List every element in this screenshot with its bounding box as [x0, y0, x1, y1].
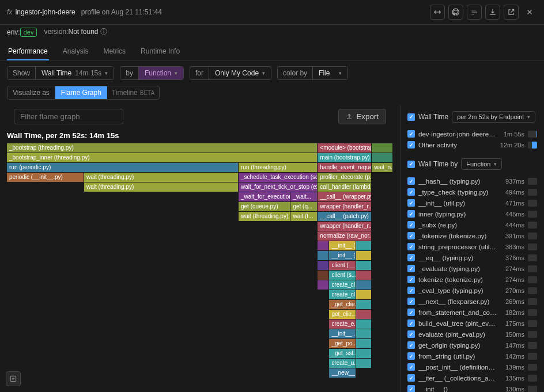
flame-cell[interactable]: get (q...	[290, 202, 318, 211]
flame-cell[interactable]: __new__ (...	[329, 368, 356, 378]
flame-cell[interactable]: _wait_for_execution...	[239, 192, 290, 201]
checkbox[interactable]	[407, 130, 415, 138]
checkbox[interactable]	[407, 363, 415, 371]
flame-cell[interactable]: _get_po...	[329, 339, 356, 348]
function-row[interactable]: _subx (re.py)444ms	[407, 219, 537, 230]
flame-cell[interactable]	[372, 143, 393, 153]
checkbox[interactable]	[407, 188, 415, 196]
flame-cell[interactable]	[356, 339, 372, 348]
checkbox[interactable]	[407, 319, 415, 327]
flame-cell[interactable]	[356, 329, 372, 338]
function-row[interactable]: __hash__ (typing.py)937ms	[407, 176, 537, 187]
flame-cell[interactable]	[356, 359, 372, 368]
function-row[interactable]: __next__ (flexparser.py)269ms	[407, 296, 537, 307]
flame-cell[interactable]: _get_ssl...	[329, 349, 356, 358]
flame-cell[interactable]	[356, 271, 372, 280]
checkbox[interactable]	[407, 177, 415, 185]
flame-cell[interactable]: __call__ (wrapper.py)	[318, 192, 372, 201]
flame-cell[interactable]	[356, 261, 372, 270]
function-row[interactable]: from_statement_and_config (fle...182ms	[407, 307, 537, 318]
flame-cell[interactable]: <module> (bootstrap.py)	[318, 143, 372, 153]
function-row[interactable]: from_string (util.py)142ms	[407, 351, 537, 361]
function-row[interactable]: get_origin (typing.py)147ms	[407, 340, 537, 351]
flame-cell[interactable]	[318, 261, 329, 270]
flame-cell[interactable]: run (threading.py)	[239, 163, 318, 172]
function-row[interactable]: __eq__ (typing.py)376ms	[407, 252, 537, 263]
flame-graph-button[interactable]: Flame Graph	[55, 86, 107, 99]
flame-cell[interactable]: __init__ (...	[329, 241, 356, 250]
flame-cell[interactable]: wait (threading.py)	[84, 173, 239, 182]
flame-cell[interactable]: _get_clie...	[329, 300, 356, 309]
checkbox[interactable]	[407, 232, 415, 239]
endpoint-row[interactable]: dev-ingestor-john-deere-raw-p...1m 55s	[407, 128, 537, 139]
function-row[interactable]: __post_init__ (definitions.py)139ms	[407, 361, 537, 372]
checkbox[interactable]	[407, 298, 415, 305]
flame-cell[interactable]: __init__ (...	[329, 251, 356, 260]
flame-cell[interactable]: _bootstrap_inner (threading.py)	[7, 153, 318, 162]
checkbox[interactable]	[407, 254, 415, 261]
by-control[interactable]: by Function▾	[120, 66, 184, 80]
flame-cell[interactable]: normalize (raw_nor...	[318, 231, 372, 241]
checkbox[interactable]	[407, 330, 415, 338]
flame-cell[interactable]	[318, 241, 329, 250]
function-row[interactable]: string_preprocessor (util.py)383ms	[407, 241, 537, 252]
open-external-icon[interactable]	[504, 5, 519, 20]
wall-time-by-checkbox[interactable]	[407, 161, 415, 168]
flame-cell[interactable]: get (queue.py)	[239, 202, 290, 211]
show-control[interactable]: Show Wall Time14m 15s▾	[7, 66, 114, 80]
checkbox[interactable]	[407, 141, 415, 149]
flame-cell[interactable]	[356, 251, 372, 260]
checkbox[interactable]	[407, 385, 415, 392]
function-row[interactable]: tokenize (tokenize.py)274ms	[407, 274, 537, 285]
flame-cell[interactable]: run (periodic.py)	[7, 163, 239, 172]
flame-cell[interactable]: create_cl...	[329, 280, 356, 290]
flame-cell[interactable]: get_clie...	[329, 310, 356, 319]
tab-metrics[interactable]: Metrics	[102, 41, 127, 60]
flame-cell[interactable]: _wait...	[290, 192, 318, 201]
checkbox[interactable]	[407, 210, 415, 218]
flame-cell[interactable]: __call__ (patch.py)	[318, 212, 372, 221]
function-row[interactable]: _tokenize (tokenize.py)391ms	[407, 230, 537, 241]
checkbox[interactable]	[407, 287, 415, 294]
flame-cell[interactable]	[356, 349, 372, 358]
function-row[interactable]: _eval_type (typing.py)270ms	[407, 285, 537, 296]
flame-cell[interactable]: client (__...	[329, 261, 356, 270]
checkbox[interactable]	[407, 309, 415, 316]
flame-cell[interactable]: periodic (__init__.py)	[7, 173, 84, 182]
flame-cell[interactable]	[356, 290, 372, 299]
checkbox[interactable]	[407, 243, 415, 250]
timeline-button[interactable]: TimelineBETA	[107, 86, 159, 99]
flame-cell[interactable]	[318, 271, 329, 280]
function-row[interactable]: __iter__ (_collections_abc.py)135ms	[407, 372, 537, 383]
wall-time-checkbox[interactable]	[407, 113, 415, 121]
flame-cell[interactable]: handle_event_reque...	[318, 163, 372, 172]
checkbox[interactable]	[407, 374, 415, 382]
function-row[interactable]: evaluate (pint_eval.py)150ms	[407, 329, 537, 340]
tab-analysis[interactable]: Analysis	[62, 41, 90, 60]
checkbox[interactable]	[407, 352, 415, 360]
checkbox[interactable]	[407, 221, 415, 229]
function-row[interactable]: inner (typing.py)445ms	[407, 208, 537, 219]
flame-cell[interactable]: _bootstrap (threading.py)	[7, 143, 318, 153]
flame-cell[interactable]: profiler_decorate (p...	[318, 173, 372, 182]
flame-cell[interactable]: wrapper (handler_r...	[318, 222, 372, 231]
github-icon[interactable]	[448, 5, 463, 20]
for-control[interactable]: for Only My Code▾	[190, 66, 271, 80]
flame-cell[interactable]: call_handler (lambd...	[318, 182, 372, 192]
close-icon[interactable]	[522, 5, 537, 20]
checkbox[interactable]	[407, 199, 415, 207]
flame-cell[interactable]	[318, 251, 329, 260]
flame-cell[interactable]	[372, 153, 393, 162]
checkbox[interactable]	[407, 341, 415, 349]
flame-cell[interactable]	[356, 300, 372, 309]
function-row[interactable]: __init__ ()130ms	[407, 383, 537, 392]
flame-cell[interactable]	[356, 241, 372, 250]
flame-cell[interactable]: client (s...	[329, 271, 356, 280]
checkbox[interactable]	[407, 276, 415, 283]
flame-graph[interactable]: _bootstrap (threading.py)<module> (boots…	[7, 143, 393, 392]
flame-cell[interactable]: __init__ ...	[329, 329, 356, 338]
tab-runtime-info[interactable]: Runtime Info	[139, 41, 181, 60]
download-icon[interactable]	[485, 5, 500, 20]
flame-cell[interactable]: wait (t...	[290, 212, 318, 221]
help-icon[interactable]	[6, 371, 21, 386]
